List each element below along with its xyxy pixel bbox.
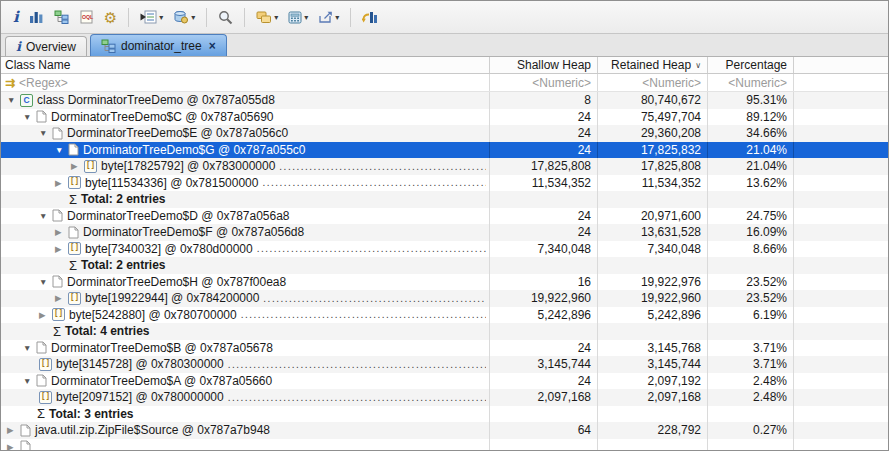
shallow-heap-cell-value: 24 — [578, 374, 591, 388]
expander-icon[interactable] — [39, 128, 52, 138]
filter-field-class-name[interactable]: ⇉<Regex> — [1, 74, 490, 91]
expander-icon[interactable] — [55, 293, 68, 303]
row-filler — [794, 373, 888, 390]
tree-row-partial[interactable] — [1, 439, 888, 451]
tree-row[interactable]: Cclass DorminatorTreeDemo @ 0x787a055d88… — [1, 92, 888, 109]
tree-row[interactable]: []byte[19922944] @ 0x78420000019,922,960… — [1, 290, 888, 307]
column-header-label: Class Name — [5, 58, 70, 72]
info-button[interactable]: i — [10, 8, 22, 26]
expander-icon[interactable] — [55, 145, 68, 155]
expander-icon[interactable] — [55, 178, 68, 188]
tree-row[interactable]: DorminatorTreeDemo$C @ 0x787a056902475,4… — [1, 109, 888, 126]
expander-icon[interactable] — [7, 95, 20, 105]
histogram-button[interactable] — [26, 8, 47, 26]
retained-heap-cell-value: 19,922,960 — [641, 291, 701, 305]
row-filler — [794, 191, 888, 208]
editor-tab-strip: iOverviewdominator_tree× — [1, 34, 888, 57]
expander-icon[interactable] — [39, 211, 52, 221]
tree-row[interactable]: DorminatorTreeDemo$A @ 0x787a05660242,09… — [1, 373, 888, 390]
tree-row[interactable]: []byte[2097152] @ 0x7800000002,097,1682,… — [1, 389, 888, 406]
row-label: Total: 4 entries — [65, 324, 149, 338]
tab-dominator-tree[interactable]: dominator_tree× — [90, 34, 227, 56]
tree-row[interactable]: DorminatorTreeDemo$G @ 0x787a055c02417,8… — [1, 142, 888, 159]
tab-close-icon[interactable]: × — [209, 40, 216, 52]
heap-dump-button[interactable] — [170, 8, 198, 26]
tree-row[interactable]: DorminatorTreeDemo$B @ 0x787a05678243,14… — [1, 340, 888, 357]
calculator-icon — [288, 11, 302, 24]
tree-row[interactable]: java.util.zip.ZipFile$Source @ 0x787a7b9… — [1, 422, 888, 439]
tree-row[interactable]: DorminatorTreeDemo$F @ 0x787a056d82413,6… — [1, 224, 888, 241]
class-name-cell: []byte[19922944] @ 0x784200000 — [1, 290, 490, 307]
tree-row[interactable]: []byte[7340032] @ 0x780d000007,340,0487,… — [1, 241, 888, 258]
expander-icon[interactable] — [55, 244, 68, 254]
tree-row[interactable]: DorminatorTreeDemo$E @ 0x787a056c02429,3… — [1, 125, 888, 142]
tree-row[interactable]: ΣTotal: 2 entries — [1, 191, 888, 208]
retained-heap-cell — [598, 191, 708, 208]
dominator-tree-button[interactable] — [51, 8, 72, 26]
gear-button[interactable]: ⚙ — [101, 8, 120, 27]
histogram-icon — [29, 10, 44, 24]
calculator-button[interactable] — [285, 9, 311, 26]
query-browser-button[interactable] — [137, 8, 166, 26]
column-header-class-name[interactable]: Class Name — [1, 57, 490, 73]
tree-row[interactable]: ΣTotal: 4 entries — [1, 323, 888, 340]
shallow-heap-cell: 24 — [490, 224, 598, 241]
expander-icon[interactable] — [23, 376, 36, 386]
tab-overview[interactable]: iOverview — [5, 36, 87, 56]
row-label: Total: 2 entries — [81, 192, 165, 206]
expander-icon[interactable] — [23, 343, 36, 353]
row-label: byte[11534336] @ 0x781500000 — [85, 176, 258, 190]
percentage-cell-value: 21.04% — [746, 143, 787, 157]
info-icon: i — [16, 40, 21, 54]
export-button[interactable] — [315, 8, 342, 26]
group-by-icon — [256, 11, 272, 24]
expander-icon[interactable] — [71, 161, 84, 171]
column-header-retained-heap[interactable]: Retained Heap∨ — [598, 57, 708, 73]
tree-row[interactable]: []byte[17825792] @ 0x78300000017,825,808… — [1, 158, 888, 175]
object-icon — [36, 341, 47, 354]
expander-icon[interactable] — [55, 227, 68, 237]
expander-icon[interactable] — [39, 310, 52, 320]
leader-dots — [257, 243, 486, 254]
tree-row[interactable]: ΣTotal: 3 entries — [1, 406, 888, 423]
retained-heap-cell: 13,631,528 — [598, 224, 708, 241]
filter-field-retained-heap[interactable]: <Numeric> — [598, 74, 708, 91]
tree-row[interactable]: []byte[5242880] @ 0x7807000005,242,8965,… — [1, 307, 888, 324]
retained-heap-cell-value: 11,534,352 — [642, 176, 701, 190]
expander-icon[interactable] — [39, 277, 52, 287]
row-filler — [794, 323, 888, 340]
array-icon: [] — [68, 176, 81, 189]
expander-icon[interactable] — [7, 442, 20, 451]
shallow-heap-cell-value: 7,340,048 — [538, 242, 591, 256]
class-name-cell: DorminatorTreeDemo$D @ 0x787a056a8 — [1, 208, 490, 225]
row-filler — [794, 356, 888, 373]
filter-field-percentage[interactable]: <Numeric> — [708, 74, 794, 91]
tree-row[interactable]: DorminatorTreeDemo$H @ 0x787f00ea81619,9… — [1, 274, 888, 291]
filter-field-shallow-heap[interactable]: <Numeric> — [490, 74, 598, 91]
tree-row[interactable]: DorminatorTreeDemo$D @ 0x787a056a82420,9… — [1, 208, 888, 225]
oql-button[interactable]: OQL — [76, 8, 97, 26]
search-button[interactable] — [215, 8, 236, 27]
retained-heap-cell: 19,922,976 — [598, 274, 708, 291]
tree-row[interactable]: ΣTotal: 2 entries — [1, 257, 888, 274]
column-header-shallow-heap[interactable]: Shallow Heap — [490, 57, 598, 73]
retained-heap-cell-value: 17,825,808 — [641, 159, 701, 173]
percentage-cell — [708, 191, 794, 208]
tree-row[interactable]: []byte[11534336] @ 0x78150000011,534,352… — [1, 175, 888, 192]
compare-histogram-button[interactable] — [359, 8, 381, 26]
compare-histogram-icon — [362, 10, 378, 24]
row-label: java.util.zip.ZipFile$Source @ 0x787a7b9… — [35, 423, 270, 437]
expander-icon[interactable] — [7, 425, 20, 435]
expander-icon[interactable] — [23, 112, 36, 122]
row-filler — [794, 158, 888, 175]
column-header-label: Retained Heap — [611, 58, 691, 72]
column-header-percentage[interactable]: Percentage — [708, 57, 794, 73]
shallow-heap-cell: 24 — [490, 373, 598, 390]
percentage-cell-value: 3.71% — [753, 357, 787, 371]
tree-row[interactable]: []byte[3145728] @ 0x7803000003,145,7443,… — [1, 356, 888, 373]
search-icon — [218, 10, 233, 25]
retained-heap-cell: 5,242,896 — [598, 307, 708, 324]
shallow-heap-cell-value: 24 — [578, 341, 591, 355]
group-by-button[interactable] — [253, 9, 281, 26]
sigma-icon: Σ — [53, 325, 61, 338]
